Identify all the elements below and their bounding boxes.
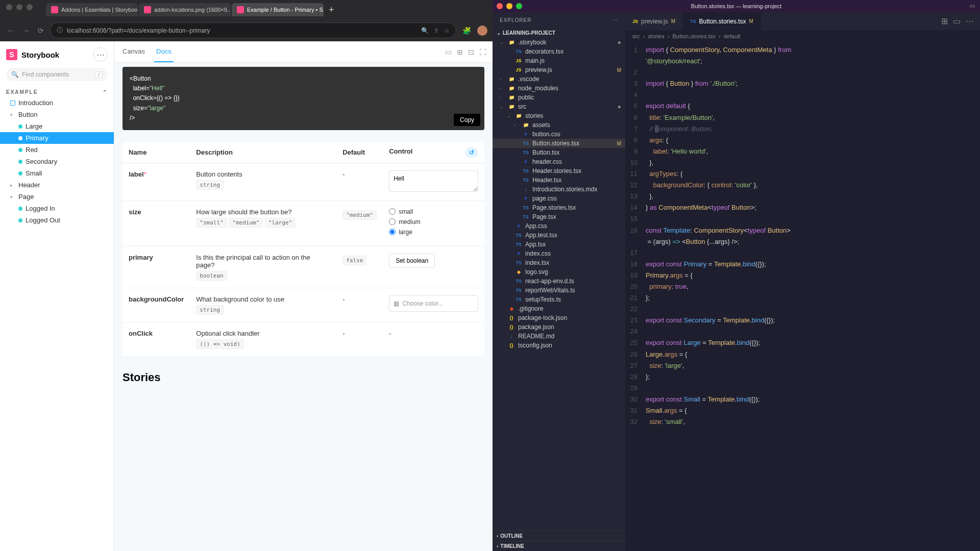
min-light[interactable] — [16, 4, 22, 10]
code-editor[interactable]: 1import { ComponentStory, ComponentMeta … — [625, 42, 980, 551]
browser-tab[interactable]: Addons | Essentials | Storybook× — [46, 3, 138, 16]
file-package.json[interactable]: {} package.json — [493, 322, 625, 332]
extensions-icon[interactable]: 🧩 — [460, 24, 473, 37]
fullscreen-icon[interactable]: ⛶ — [479, 48, 486, 56]
tree-item-introduction[interactable]: Introduction — [0, 97, 114, 109]
file-.gitignore[interactable]: ◆ .gitignore — [493, 304, 625, 313]
reset-controls[interactable]: ↺ — [465, 147, 478, 158]
forward-button[interactable]: → — [20, 24, 32, 37]
reload-button[interactable]: ⟳ — [36, 24, 46, 37]
file-README.md[interactable]: ↓ README.md — [493, 332, 625, 341]
min-light[interactable] — [506, 3, 512, 9]
th-description: Description — [190, 142, 336, 163]
file-public[interactable]: ›📁 public — [493, 93, 625, 102]
tree-story-small[interactable]: Small — [0, 167, 114, 179]
file-react-app-env.d.ts[interactable]: TS react-app-env.d.ts — [493, 277, 625, 286]
tool-canvas[interactable]: Canvas — [120, 41, 147, 62]
star-icon[interactable]: ☆ — [444, 27, 450, 34]
color-picker[interactable]: ▦Choose color... — [389, 295, 478, 312]
file-preview.js[interactable]: JS preview.jsM — [493, 65, 625, 74]
file-stories[interactable]: ⌄📁 stories — [493, 111, 625, 120]
control-radio-small[interactable]: small — [389, 208, 478, 215]
storybook-toolbar: CanvasDocs ▭ ⊞ ⊡ ⛶ — [114, 41, 493, 63]
tree-story-secondary[interactable]: Secondary — [0, 156, 114, 167]
file-tsconfig.json[interactable]: {} tsconfig.json — [493, 341, 625, 350]
file-App.test.tsx[interactable]: TS App.test.tsx — [493, 231, 625, 240]
file-node_modules[interactable]: ›📁 node_modules — [493, 84, 625, 93]
tool-docs[interactable]: Docs — [154, 41, 174, 62]
search-input[interactable]: 🔍 Find components / — [6, 68, 108, 81]
more-icon[interactable]: ⋯ — [966, 16, 974, 26]
more-icon[interactable]: ⋯ — [612, 17, 618, 23]
file-Header.tsx[interactable]: TS Header.tsx — [493, 176, 625, 185]
control-text-label[interactable]: Hell — [389, 170, 478, 192]
layout-icon[interactable]: ▭ — [970, 3, 975, 9]
tree-item-button[interactable]: ▾Button — [0, 109, 114, 120]
file-.vscode[interactable]: ›📁 .vscode — [493, 74, 625, 84]
measure-icon[interactable]: ⊡ — [468, 48, 474, 56]
control-radio-medium[interactable]: medium — [389, 218, 478, 226]
copy-button[interactable]: Copy — [454, 114, 480, 126]
browser-tab[interactable]: Example / Button - Primary • S× — [232, 3, 324, 16]
file-Header.stories.tsx[interactable]: TS Header.stories.tsx — [493, 166, 625, 176]
grid-icon[interactable]: ⊞ — [457, 48, 463, 56]
editor-tab-preview.js[interactable]: JSpreview.jsM — [625, 12, 683, 30]
tree-item-header[interactable]: ▸Header — [0, 179, 114, 191]
th-control: Control↺ — [383, 142, 484, 163]
tree-story-large[interactable]: Large — [0, 120, 114, 132]
zoom-icon[interactable]: 🔍 — [421, 27, 429, 34]
set-boolean-button[interactable]: Set boolean — [389, 254, 435, 268]
docs-panel[interactable]: <Button label="Hell" onClick={() => {}} … — [114, 63, 493, 551]
file-Button.tsx[interactable]: TS Button.tsx — [493, 148, 625, 157]
file-setupTests.ts[interactable]: TS setupTests.ts — [493, 295, 625, 304]
tree-story-primary[interactable]: Primary — [0, 132, 114, 144]
avatar-icon[interactable] — [477, 26, 487, 36]
outline-section[interactable]: ›OUTLINE — [493, 531, 625, 541]
file-index.css[interactable]: # index.css — [493, 249, 625, 258]
file-index.tsx[interactable]: TS index.tsx — [493, 258, 625, 267]
browser-tab[interactable]: addon-locations.png (1600×9...× — [139, 3, 231, 16]
sidebar-menu-button[interactable]: ⋯ — [93, 47, 108, 62]
file-reportWebVitals.ts[interactable]: TS reportWebVitals.ts — [493, 286, 625, 295]
back-button[interactable]: ← — [5, 24, 16, 37]
file-App.tsx[interactable]: TS App.tsx — [493, 240, 625, 249]
max-light[interactable] — [27, 4, 33, 10]
file-.storybook[interactable]: ⌄📁 .storybook● — [493, 38, 625, 47]
file-Button.stories.tsx[interactable]: TS Button.stories.tsxM — [493, 139, 625, 148]
close-light[interactable] — [497, 3, 503, 9]
file-decorators.tsx[interactable]: TS decorators.tsx — [493, 47, 625, 56]
file-src[interactable]: ⌄📁 src● — [493, 102, 625, 111]
project-header[interactable]: ⌄LEARNING-PROJECT — [493, 28, 625, 38]
file-page.css[interactable]: # page.css — [493, 194, 625, 203]
file-Page.tsx[interactable]: TS Page.tsx — [493, 212, 625, 221]
split-icon[interactable]: ▭ — [953, 16, 961, 26]
stories-heading: Stories — [122, 371, 484, 384]
close-light[interactable] — [6, 4, 12, 10]
compare-icon[interactable]: ⊞ — [941, 16, 948, 26]
file-button.css[interactable]: # button.css — [493, 130, 625, 139]
tree-story-red[interactable]: Red — [0, 144, 114, 156]
tree-story[interactable]: Logged Out — [0, 214, 114, 226]
file-logo.svg[interactable]: ◆ logo.svg — [493, 267, 625, 277]
arg-row-label: label* Button contentsstring - Hell — [122, 163, 484, 201]
collapse-icon[interactable]: ⌃ — [103, 89, 108, 95]
file-assets[interactable]: ›📁 assets — [493, 120, 625, 130]
share-icon[interactable]: ⇪ — [434, 27, 439, 34]
file-Introduction.stories.mdx[interactable]: ↓ Introduction.stories.mdx — [493, 185, 625, 194]
file-App.css[interactable]: # App.css — [493, 221, 625, 231]
control-radio-large[interactable]: large — [389, 229, 478, 236]
tool-icon[interactable]: ▭ — [445, 48, 452, 56]
max-light[interactable] — [516, 3, 522, 9]
file-package-lock.json[interactable]: {} package-lock.json — [493, 313, 625, 322]
tree-story[interactable]: Logged In — [0, 203, 114, 214]
th-name: Name — [122, 142, 190, 163]
breadcrumb[interactable]: src›stories›Button.stories.tsx›default — [625, 30, 980, 42]
editor-tab-Button.stories.tsx[interactable]: TSButton.stories.tsxM — [683, 12, 761, 30]
new-tab-button[interactable]: + — [325, 5, 338, 15]
timeline-section[interactable]: ›TIMELINE — [493, 541, 625, 551]
tree-item-page[interactable]: ▾Page — [0, 191, 114, 203]
file-main.js[interactable]: JS main.js — [493, 56, 625, 65]
file-Page.stories.tsx[interactable]: TS Page.stories.tsx — [493, 203, 625, 212]
file-header.css[interactable]: # header.css — [493, 157, 625, 166]
url-bar[interactable]: ⓘ localhost:6006/?path=/docs/example-but… — [50, 22, 456, 38]
